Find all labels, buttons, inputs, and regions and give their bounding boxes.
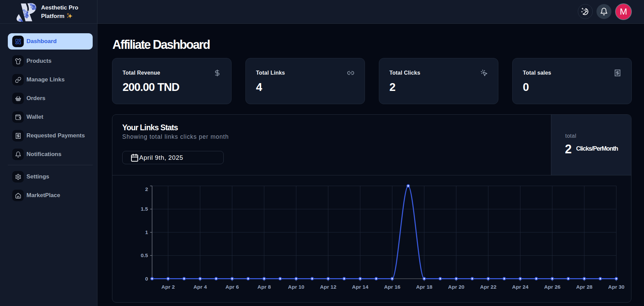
svg-text:Apr 14: Apr 14 [352,284,369,290]
svg-text:Apr 6: Apr 6 [225,284,239,290]
svg-text:Apr 18: Apr 18 [416,284,433,290]
svg-text:Apr 22: Apr 22 [480,284,496,290]
svg-text:1.5: 1.5 [141,206,148,212]
svg-text:2: 2 [145,186,148,192]
svg-text:1: 1 [145,229,148,235]
svg-text:Apr 28: Apr 28 [576,284,593,290]
svg-text:Apr 10: Apr 10 [288,284,304,290]
svg-text:Apr 4: Apr 4 [194,284,207,290]
svg-text:Apr 8: Apr 8 [257,284,271,290]
svg-text:Apr 20: Apr 20 [448,284,464,290]
svg-text:Apr 26: Apr 26 [544,284,561,290]
svg-text:Apr 30: Apr 30 [608,284,624,290]
svg-text:0.5: 0.5 [141,252,148,258]
svg-text:Apr 24: Apr 24 [512,284,529,290]
svg-text:0: 0 [145,276,148,282]
svg-text:Apr 12: Apr 12 [320,284,336,290]
svg-text:Apr 2: Apr 2 [161,284,175,290]
svg-text:Apr 16: Apr 16 [384,284,401,290]
